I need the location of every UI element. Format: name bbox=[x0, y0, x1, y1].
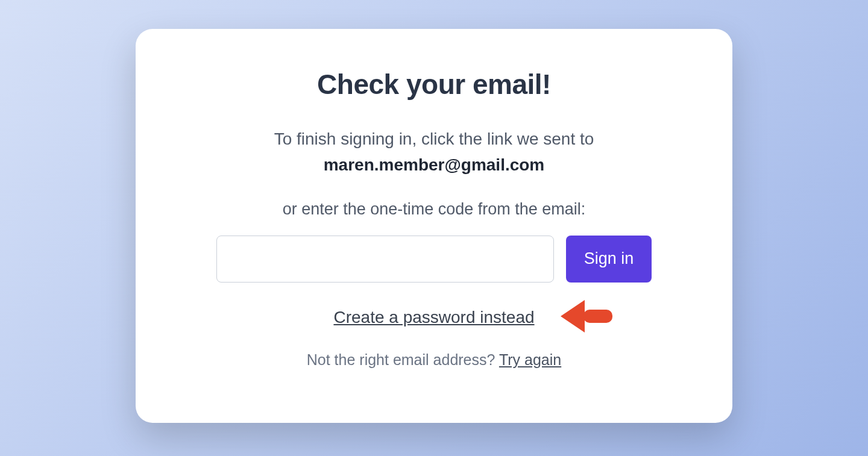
try-again-link[interactable]: Try again bbox=[499, 351, 561, 368]
create-password-link[interactable]: Create a password instead bbox=[333, 308, 534, 327]
signin-card: Check your email! To finish signing in, … bbox=[136, 29, 732, 423]
svg-marker-0 bbox=[561, 300, 585, 333]
instruction-text: To finish signing in, click the link we … bbox=[172, 126, 696, 178]
callout-arrow-icon bbox=[561, 295, 615, 340]
svg-rect-1 bbox=[583, 310, 612, 323]
one-time-code-input[interactable] bbox=[216, 236, 554, 283]
email-address: maren.member@gmail.com bbox=[324, 155, 545, 174]
code-prompt: or enter the one-time code from the emai… bbox=[172, 200, 696, 219]
page-title: Check your email! bbox=[172, 68, 696, 101]
wrong-email-prefix: Not the right email address? bbox=[307, 351, 499, 368]
instruction-prefix: To finish signing in, click the link we … bbox=[274, 130, 594, 148]
sign-in-button[interactable]: Sign in bbox=[566, 236, 652, 283]
code-input-row: Sign in bbox=[172, 236, 696, 283]
create-password-row: Create a password instead bbox=[172, 308, 696, 327]
wrong-email-row: Not the right email address? Try again bbox=[172, 351, 696, 369]
